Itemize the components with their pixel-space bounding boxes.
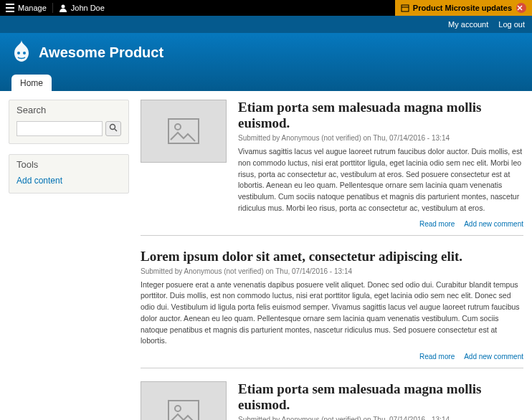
search-input[interactable] — [16, 121, 103, 136]
image-placeholder-icon — [168, 400, 199, 420]
read-more-link[interactable]: Read more — [419, 220, 455, 228]
article-teaser: Vivamus sagittis lacus vel augue laoreet… — [238, 146, 523, 214]
article-title[interactable]: Etiam porta sem malesuada magna mollis e… — [238, 100, 523, 131]
logout-link[interactable]: Log out — [498, 20, 525, 29]
search-icon — [109, 123, 118, 132]
toolbar-updates[interactable]: Product Microsite updates — [395, 0, 532, 16]
toolbar-manage[interactable]: Manage — [0, 0, 52, 16]
article-links: Read more Add new comment — [141, 353, 523, 361]
user-icon — [59, 4, 67, 12]
block-tools-title: Tools — [9, 155, 128, 173]
read-more-link[interactable]: Read more — [419, 353, 455, 361]
tab-home[interactable]: Home — [11, 75, 52, 92]
toolbar-user[interactable]: John Doe — [53, 0, 110, 16]
user-links-bar: My account Log out — [0, 16, 532, 33]
hamburger-icon — [6, 4, 14, 12]
svg-point-3 — [23, 52, 26, 54]
article: Lorem ipsum dolor sit amet, consectetur … — [141, 249, 523, 369]
site-header: Awesome Product Home — [0, 33, 532, 91]
package-icon — [401, 4, 409, 12]
article: Etiam porta sem malesuada magna mollis e… — [141, 381, 523, 420]
article-thumbnail[interactable] — [141, 100, 227, 163]
article-teaser: Integer posuere erat a ante venenatis da… — [141, 280, 523, 348]
add-comment-link[interactable]: Add new comment — [464, 220, 523, 228]
main-content: Etiam porta sem malesuada magna mollis e… — [141, 100, 523, 420]
search-button[interactable] — [105, 121, 121, 136]
svg-point-4 — [110, 125, 115, 130]
close-icon[interactable] — [516, 3, 526, 13]
svg-point-8 — [175, 406, 181, 411]
sidebar: Search Tools Add content — [9, 100, 129, 420]
article-thumbnail[interactable] — [141, 381, 227, 420]
svg-rect-1 — [402, 5, 409, 11]
article-submitted: Submitted by Anonymous (not verified) on… — [141, 267, 523, 275]
block-search: Search — [9, 100, 129, 144]
drupal-icon — [11, 40, 32, 65]
block-tools: Tools Add content — [9, 154, 129, 194]
site-name[interactable]: Awesome Product — [39, 44, 163, 61]
article-title[interactable]: Lorem ipsum dolor sit amet, consectetur … — [141, 249, 523, 264]
article: Etiam porta sem malesuada magna mollis e… — [141, 100, 523, 236]
toolbar-user-label: John Doe — [71, 4, 105, 12]
my-account-link[interactable]: My account — [448, 20, 488, 29]
block-search-title: Search — [9, 100, 128, 118]
svg-point-2 — [17, 52, 20, 54]
article-submitted: Submitted by Anonymous (not verified) on… — [238, 134, 523, 142]
site-brand: Awesome Product — [11, 40, 521, 65]
add-content-link[interactable]: Add content — [16, 176, 62, 186]
toolbar-updates-label: Product Microsite updates — [413, 4, 512, 12]
svg-rect-7 — [168, 401, 199, 420]
article-submitted: Submitted by Anonymous (not verified) on… — [238, 416, 523, 420]
article-links: Read more Add new comment — [141, 220, 523, 228]
article-title[interactable]: Etiam porta sem malesuada magna mollis e… — [238, 381, 523, 413]
svg-point-0 — [61, 5, 65, 9]
primary-tabs: Home — [11, 74, 521, 91]
admin-toolbar: Manage John Doe Product Microsite update… — [0, 0, 532, 16]
page-body: Search Tools Add content — [0, 91, 532, 420]
toolbar-manage-label: Manage — [18, 4, 47, 12]
svg-point-6 — [175, 124, 181, 130]
add-comment-link[interactable]: Add new comment — [464, 353, 523, 361]
image-placeholder-icon — [168, 118, 199, 144]
